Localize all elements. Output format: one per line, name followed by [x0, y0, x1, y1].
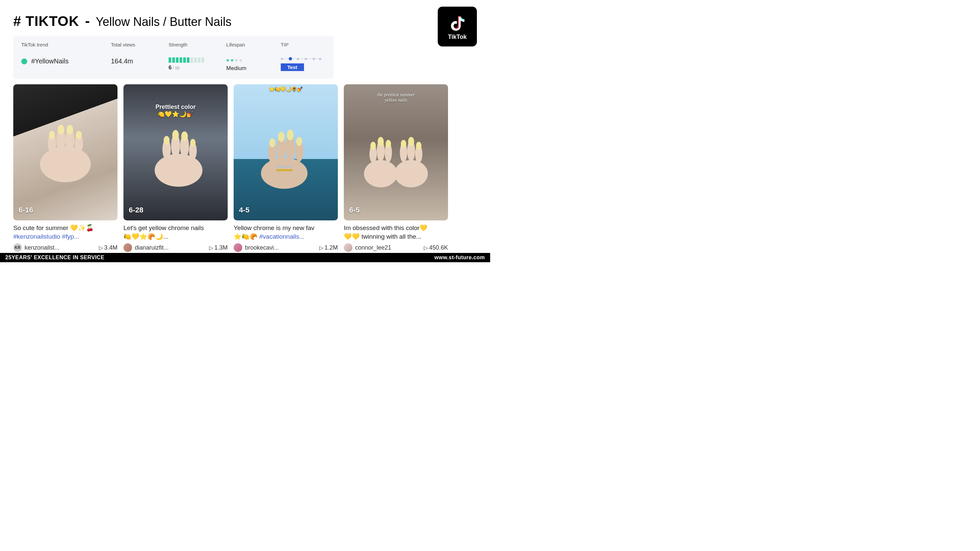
post-username[interactable]: connor_lee21	[355, 244, 391, 251]
post-caption: Yellow chrome is my new fav ⭐🍋🥐 #vacatio…	[234, 224, 338, 240]
nails-illustration	[35, 113, 95, 191]
svg-point-9	[155, 154, 202, 187]
post-emoji-tags: 🍋💛⭐🥐🌙...	[124, 233, 169, 240]
svg-point-38	[378, 137, 383, 146]
post-date: 6-5	[349, 206, 360, 214]
post-date: 6-28	[129, 206, 143, 214]
total-views-value: 164.4m	[111, 57, 165, 65]
svg-point-8	[76, 131, 82, 139]
thumbnail-overlay-text: Prettiest color🍋💛⭐🌙💅	[124, 104, 228, 118]
post-thumbnail[interactable]: ⭐🍋💛🌙🌻💅 4-5	[234, 84, 338, 220]
post-thumbnail[interactable]: Prettiest color🍋💛⭐🌙💅 6-28	[124, 84, 228, 220]
strength-bars-icon	[169, 57, 223, 63]
status-dot-icon	[21, 59, 27, 64]
play-icon: ▷	[319, 245, 323, 251]
nails-illustration	[360, 113, 433, 192]
svg-point-29	[364, 160, 398, 187]
tip-badge: Test	[281, 64, 304, 71]
svg-point-25	[287, 130, 294, 140]
slide-footer: 25YEARS' EXCELLENCE IN SERVICE www.st-fu…	[0, 253, 490, 262]
title-hashtag: # TIKTOK	[13, 13, 79, 29]
svg-rect-27	[276, 166, 293, 168]
svg-point-7	[67, 125, 73, 134]
lifespan-value: Medium	[226, 65, 277, 72]
post-thumbnail[interactable]: 6-16	[13, 84, 118, 220]
svg-point-30	[394, 160, 428, 187]
post-card: the prettiest summer yellow nails 6-5 Im…	[344, 84, 448, 252]
title-separator: -	[85, 13, 90, 29]
stat-head-strength: Strength	[169, 42, 223, 48]
nails-illustration	[146, 113, 205, 191]
lifespan-hearts-icon: ♥♥ ♥♥	[226, 57, 277, 63]
post-username[interactable]: brookecavi...	[245, 244, 279, 251]
svg-point-15	[172, 130, 179, 140]
svg-point-23	[269, 139, 275, 147]
post-date: 6-16	[19, 206, 33, 214]
post-hashtags[interactable]: #vacationnails...	[259, 233, 304, 240]
play-icon: ▷	[209, 245, 213, 251]
slide-title: # TIKTOK - Yellow Nails / Butter Nails	[13, 13, 477, 29]
svg-point-16	[181, 131, 188, 141]
nails-illustration	[256, 113, 316, 191]
strength-value: 6 / 10	[169, 65, 223, 71]
post-plays: ▷450.6K	[424, 244, 448, 251]
svg-point-5	[49, 131, 55, 139]
tiktok-note-icon	[449, 13, 466, 33]
post-card: 6-16 So cute for summer 💛✨🍒 #kenzonailst…	[13, 84, 118, 252]
svg-point-6	[58, 125, 64, 134]
post-hashtags[interactable]: #kenzonailstudio #fyp...	[13, 233, 79, 240]
post-plays: ▷1.2M	[319, 244, 338, 251]
stat-head-lifespan: Lifespan	[226, 42, 277, 48]
svg-point-26	[296, 137, 302, 146]
avatar[interactable]: KR	[13, 243, 22, 252]
post-caption: Im obsessed with this color💛 💛💛 twinning…	[344, 224, 448, 240]
posts-grid: 6-16 So cute for summer 💛✨🍒 #kenzonailst…	[13, 84, 477, 252]
svg-point-39	[386, 140, 391, 148]
footer-tagline: 25YEARS' EXCELLENCE IN SERVICE	[5, 255, 105, 261]
post-card: ⭐🍋💛🌙🌻💅 4-5 Yellow chrome is my new fav ⭐…	[234, 84, 338, 252]
post-username[interactable]: dianaruizfit...	[135, 244, 169, 251]
avatar[interactable]	[124, 243, 132, 252]
svg-point-40	[401, 140, 406, 148]
svg-point-42	[416, 142, 421, 150]
play-icon: ▷	[99, 245, 103, 251]
svg-point-18	[261, 158, 307, 189]
avatar[interactable]	[344, 243, 352, 252]
post-caption: So cute for summer 💛✨🍒 #kenzonailstudio …	[13, 224, 118, 240]
post-username[interactable]: kenzonailst...	[25, 244, 59, 251]
svg-point-37	[371, 142, 375, 150]
stat-head-views: Total views	[111, 42, 165, 48]
post-caption: Let's get yellow chrome nails 🍋💛⭐🥐🌙...	[124, 224, 228, 240]
tiktok-logo-text: TikTok	[448, 33, 467, 40]
svg-point-17	[190, 139, 196, 147]
post-date: 4-5	[239, 206, 250, 214]
tip-timeline-icon	[281, 57, 321, 60]
avatar[interactable]	[234, 243, 242, 252]
svg-rect-28	[276, 169, 293, 171]
post-plays: ▷3.4M	[99, 244, 118, 251]
svg-point-24	[278, 132, 285, 142]
thumbnail-overlay-text: the prettiest summer yellow nails	[344, 92, 448, 103]
trend-stats-bar: TikTok trend #YellowNails Total views 16…	[13, 36, 334, 79]
post-caption-line2: 💛💛 twinning with all the...	[344, 233, 422, 240]
trend-hashtag: #YellowNails	[31, 57, 69, 65]
svg-point-0	[40, 147, 91, 182]
svg-point-41	[408, 137, 414, 146]
thumbnail-overlay-text: ⭐🍋💛🌙🌻💅	[234, 86, 338, 92]
post-thumbnail[interactable]: the prettiest summer yellow nails 6-5	[344, 84, 448, 220]
post-plays: ▷1.3M	[209, 244, 228, 251]
play-icon: ▷	[424, 245, 428, 251]
stat-head-trend: TikTok trend	[21, 42, 108, 48]
post-card: Prettiest color🍋💛⭐🌙💅 6-28 Let's get yell…	[124, 84, 228, 252]
footer-url: www.st-future.com	[434, 255, 485, 261]
svg-point-14	[164, 136, 170, 145]
stat-head-tip: TIP	[281, 42, 326, 48]
title-subtitle: Yellow Nails / Butter Nails	[96, 15, 232, 29]
tiktok-logo: TikTok	[438, 6, 477, 46]
